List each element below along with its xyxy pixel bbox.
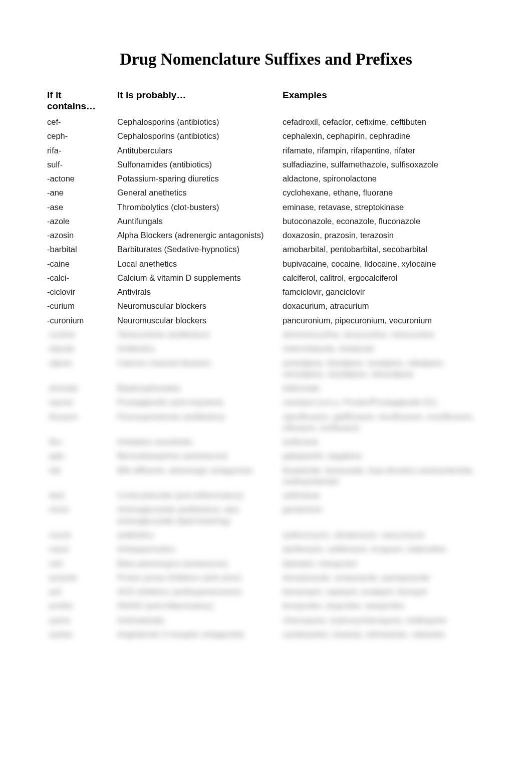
cell-examples: metronidazole, tinidazole bbox=[281, 341, 487, 355]
cell-contains: -nacin bbox=[45, 542, 115, 556]
cell-probably: Auntifungals bbox=[115, 214, 281, 228]
cell-contains: -dipine bbox=[45, 356, 115, 381]
cell-probably: Neuromuscular blockers bbox=[115, 313, 281, 327]
cell-contains: -floxacin bbox=[45, 410, 115, 435]
cell-contains: -dronate bbox=[45, 381, 115, 395]
table-row: -aseThrombolytics (clot-busters)eminase,… bbox=[45, 200, 487, 214]
table-row: -quineAntimalarialschloroquine, hydroxyc… bbox=[45, 613, 487, 627]
cell-examples: famciclovir, ganciclovir bbox=[281, 285, 487, 299]
cell-contains: -calci- bbox=[45, 271, 115, 285]
table-row: -floxacinFluoroquinolones (antibiotics)c… bbox=[45, 410, 487, 435]
cell-examples: doxacurium, atracurium bbox=[281, 299, 487, 313]
cell-contains: -barbital bbox=[45, 242, 115, 256]
table-row: -azosinAlpha Blockers (adrenergic antago… bbox=[45, 228, 487, 242]
cell-probably: Beta-adrenergics (antiseizure) bbox=[115, 556, 281, 570]
table-row: -ciclovirAntiviralsfamciclovir, ganciclo… bbox=[45, 285, 487, 299]
cell-examples: lansoprazole, omeprazole, pantoprazole bbox=[281, 570, 487, 584]
cell-probably: Antivirals bbox=[115, 285, 281, 299]
cell-probably: NSAID (anti-inflammatory) bbox=[115, 599, 281, 613]
cell-probably: ACE inhibitors (antihypertensives) bbox=[115, 584, 281, 599]
table-row: -curoniumNeuromuscular blockerspancuroni… bbox=[45, 313, 487, 327]
cell-examples: amlodipine, felodipine, isradipine, nife… bbox=[281, 356, 487, 381]
cell-probably: Antituberculars bbox=[115, 143, 281, 157]
table-row: -aneGeneral anetheticscyclohexane, ethan… bbox=[45, 185, 487, 200]
cell-probably: Cephalosporins (antibiotics) bbox=[115, 129, 281, 143]
table-row: -gab-Benzodiazepines (antiseizure)gabape… bbox=[45, 449, 487, 463]
cell-contains: -ide bbox=[45, 463, 115, 489]
cell-examples: aldactone, spironolactone bbox=[281, 171, 487, 185]
cell-contains: -micin bbox=[45, 502, 115, 528]
cell-examples: amobarbital, pentobarbital, secobarbital bbox=[281, 242, 487, 256]
table-row: -profenNSAID (anti-inflammatory)fenoprof… bbox=[45, 599, 487, 613]
cell-probably: General anethetics bbox=[115, 185, 281, 200]
cell-examples: azithromycin, clindamycin, vancomycin bbox=[281, 528, 487, 542]
table-row: -flur-Inhalation anestheticisoflurane bbox=[45, 435, 487, 449]
table-row: -calci-Calcium & vitamin D supplementsca… bbox=[45, 271, 487, 285]
cell-examples: bupivacaine, cocaine, lidocaine, xylocai… bbox=[281, 257, 487, 271]
cell-contains: -ciclovir bbox=[45, 285, 115, 299]
cell-contains: -profen bbox=[45, 599, 115, 613]
cell-examples: fenoprofen, ibuprofen, ketoprofen bbox=[281, 599, 487, 613]
cell-contains: -gab- bbox=[45, 449, 115, 463]
table-row: -actonePotassium-sparing diureticsaldact… bbox=[45, 171, 487, 185]
table-row: -barbitalBarbiturates (Sedative-hypnotic… bbox=[45, 242, 487, 256]
cell-examples: sulfadiazine, sulfamethazole, sulfisoxaz… bbox=[281, 157, 487, 171]
table-row: -mycinantibioticsazithromycin, clindamyc… bbox=[45, 528, 487, 542]
cell-examples: isoflurane bbox=[281, 435, 487, 449]
cell-contains: -quine bbox=[45, 613, 115, 627]
cell-probably: Inhalation anesthetic bbox=[115, 435, 281, 449]
cell-contains: cef- bbox=[45, 115, 115, 129]
cell-probably: Antibiotics bbox=[115, 341, 281, 355]
cell-probably: Neuromuscular blockers bbox=[115, 299, 281, 313]
cell-probably: Bisphosphonates bbox=[115, 381, 281, 395]
table-row: ceph-Cephalosporins (antibiotics)cephale… bbox=[45, 129, 487, 143]
cell-examples: cyclohexane, ethane, fluorane bbox=[281, 185, 487, 200]
table-row: -ololBeta-adrenergics (antiseizure)labet… bbox=[45, 556, 487, 570]
table-row: -prilACE inhibitors (antihypertensives)b… bbox=[45, 584, 487, 599]
cell-contains: sulf- bbox=[45, 157, 115, 171]
cell-contains: -mycin bbox=[45, 528, 115, 542]
cell-probably: Proton pump inhibitors (anti-ulcer) bbox=[115, 570, 281, 584]
cell-probably: Aminoglycoside (antibiotics); also amino… bbox=[115, 502, 281, 528]
table-row: -cyclineTetracyclines (antibiotics)demec… bbox=[45, 327, 487, 341]
cell-probably: Angiotensin II receptor antagonists bbox=[115, 627, 281, 641]
table-row: rifa-Antitubercularsrifamate, rifampin, … bbox=[45, 143, 487, 157]
cell-examples: caverject (a.k.a. Prostin/Prostaglandin … bbox=[281, 395, 487, 409]
table-row: cef-Cephalosporins (antibiotics)cefadrox… bbox=[45, 115, 487, 129]
cell-contains: ceph- bbox=[45, 129, 115, 143]
cell-contains: -curonium bbox=[45, 313, 115, 327]
cell-contains: -curium bbox=[45, 299, 115, 313]
header-contains: If it contains… bbox=[45, 88, 115, 115]
cell-probably: Potassium-sparing diuretics bbox=[115, 171, 281, 185]
cell-examples: butoconazole, econazole, fluconazole bbox=[281, 214, 487, 228]
cell-examples: candesartan, losartan, telmisartan, vals… bbox=[281, 627, 487, 641]
cell-probably: Tetracyclines (antibiotics) bbox=[115, 327, 281, 341]
cell-probably: Thrombolytics (clot-busters) bbox=[115, 200, 281, 214]
cell-examples: finasteride, terazoside, loop diuretics … bbox=[281, 463, 487, 489]
table-row: -eprostProstaglandin (anti-impotent)cave… bbox=[45, 395, 487, 409]
table-row: -dazoleAntibioticsmetronidazole, tinidaz… bbox=[45, 341, 487, 355]
table-row: -sartanAngiotensin II receptor antagonis… bbox=[45, 627, 487, 641]
table-row: -ideBile effluents, adrenergic antagonis… bbox=[45, 463, 487, 489]
cell-contains: -dazole bbox=[45, 341, 115, 355]
cell-contains: -ilast bbox=[45, 488, 115, 502]
cell-probably: Calcium & vitamin D supplements bbox=[115, 271, 281, 285]
table-row: -azoleAuntifungalsbutoconazole, econazol… bbox=[45, 214, 487, 228]
cell-probably: Alpha Blockers (adrenergic antagonists) bbox=[115, 228, 281, 242]
table-row: -caineLocal anetheticsbupivacaine, cocai… bbox=[45, 257, 487, 271]
cell-probably: antibiotics bbox=[115, 528, 281, 542]
cell-examples: gabapentin, tiagabine bbox=[281, 449, 487, 463]
cell-contains: -azole bbox=[45, 214, 115, 228]
cell-examples: cefadroxil, cefaclor, cefixime, ceftibut… bbox=[281, 115, 487, 129]
table-row: sulf-Sulfonamides (antibiotics)sulfadiaz… bbox=[45, 157, 487, 171]
cell-probably: Fluoroquinolones (antibiotics) bbox=[115, 410, 281, 435]
cell-examples: cephalexin, cephapirin, cephradine bbox=[281, 129, 487, 143]
cell-contains: -caine bbox=[45, 257, 115, 271]
cell-examples: doxazosin, prazosin, terazosin bbox=[281, 228, 487, 242]
cell-contains: -prazole bbox=[45, 570, 115, 584]
header-probably: It is probably… bbox=[115, 88, 281, 115]
cell-contains: -ase bbox=[45, 200, 115, 214]
cell-contains: -pril bbox=[45, 584, 115, 599]
cell-contains: -flur- bbox=[45, 435, 115, 449]
cell-examples: labetalol, metoprolol bbox=[281, 556, 487, 570]
